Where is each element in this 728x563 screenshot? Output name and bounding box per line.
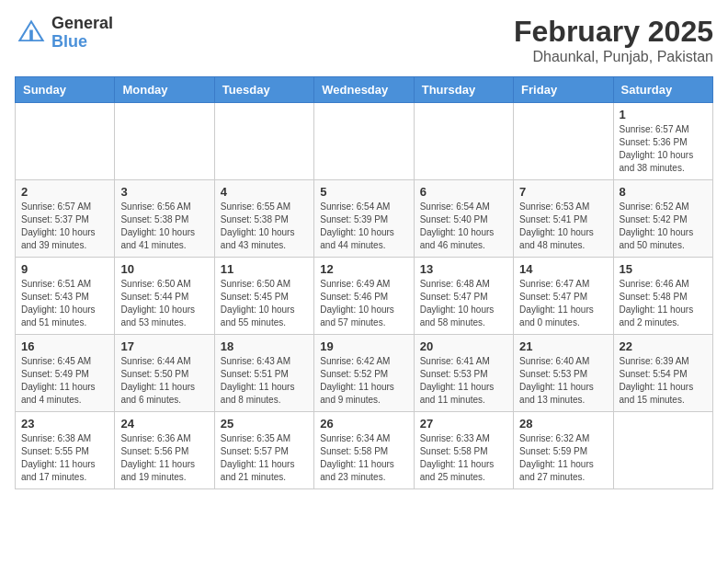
day-number: 22 (620, 339, 707, 353)
day-number: 28 (519, 417, 607, 431)
calendar-cell (214, 103, 313, 180)
day-header-friday: Friday (514, 77, 613, 103)
header-row: SundayMondayTuesdayWednesdayThursdayFrid… (16, 77, 713, 103)
calendar-week-3: 9 Sunrise: 6:51 AMSunset: 5:43 PMDayligh… (16, 258, 713, 335)
calendar-body: 1 Sunrise: 6:57 AMSunset: 5:36 PMDayligh… (16, 103, 713, 489)
calendar-week-1: 1 Sunrise: 6:57 AMSunset: 5:36 PMDayligh… (16, 103, 713, 180)
title-block: February 2025 Dhaunkal, Punjab, Pakistan (514, 15, 713, 65)
day-number: 15 (620, 262, 707, 276)
calendar-cell (414, 103, 513, 180)
location-text: Dhaunkal, Punjab, Pakistan (514, 49, 713, 65)
day-number: 14 (519, 262, 607, 276)
calendar-cell: 6 Sunrise: 6:54 AMSunset: 5:40 PMDayligh… (414, 180, 513, 258)
calendar-cell: 12 Sunrise: 6:49 AMSunset: 5:46 PMDaylig… (314, 258, 414, 335)
day-number: 8 (620, 185, 707, 199)
day-info: Sunrise: 6:57 AMSunset: 5:36 PMDaylight:… (620, 124, 694, 173)
calendar-cell: 22 Sunrise: 6:39 AMSunset: 5:54 PMDaylig… (613, 335, 712, 412)
day-info: Sunrise: 6:44 AMSunset: 5:50 PMDaylight:… (120, 356, 195, 405)
calendar-cell: 14 Sunrise: 6:47 AMSunset: 5:47 PMDaylig… (514, 258, 613, 335)
calendar-cell: 15 Sunrise: 6:46 AMSunset: 5:48 PMDaylig… (613, 258, 712, 335)
day-number: 13 (420, 262, 507, 276)
calendar-cell: 2 Sunrise: 6:57 AMSunset: 5:37 PMDayligh… (16, 180, 115, 258)
calendar-week-4: 16 Sunrise: 6:45 AMSunset: 5:49 PMDaylig… (16, 335, 713, 412)
day-number: 27 (420, 417, 507, 431)
calendar-cell: 23 Sunrise: 6:38 AMSunset: 5:55 PMDaylig… (16, 412, 115, 489)
day-info: Sunrise: 6:50 AMSunset: 5:45 PMDaylight:… (221, 279, 295, 327)
calendar-cell: 24 Sunrise: 6:36 AMSunset: 5:56 PMDaylig… (115, 412, 214, 489)
calendar-cell: 4 Sunrise: 6:55 AMSunset: 5:38 PMDayligh… (214, 180, 313, 258)
calendar-cell: 13 Sunrise: 6:48 AMSunset: 5:47 PMDaylig… (414, 258, 513, 335)
day-number: 11 (221, 262, 308, 276)
logo-blue-text: Blue (51, 33, 113, 52)
day-info: Sunrise: 6:34 AMSunset: 5:58 PMDaylight:… (320, 433, 394, 482)
day-info: Sunrise: 6:41 AMSunset: 5:53 PMDaylight:… (420, 356, 495, 405)
page-header: General Blue February 2025 Dhaunkal, Pun… (15, 15, 713, 65)
day-header-sunday: Sunday (16, 77, 115, 103)
day-info: Sunrise: 6:43 AMSunset: 5:51 PMDaylight:… (221, 356, 295, 405)
day-info: Sunrise: 6:40 AMSunset: 5:53 PMDaylight:… (519, 356, 594, 405)
calendar-cell (514, 103, 613, 180)
day-number: 10 (120, 262, 208, 276)
day-info: Sunrise: 6:56 AMSunset: 5:38 PMDaylight:… (120, 201, 195, 250)
day-number: 18 (221, 339, 308, 353)
day-number: 9 (21, 262, 108, 276)
svg-marker-0 (18, 19, 45, 40)
day-info: Sunrise: 6:36 AMSunset: 5:56 PMDaylight:… (120, 433, 195, 482)
calendar-header: SundayMondayTuesdayWednesdayThursdayFrid… (16, 77, 713, 103)
day-number: 20 (420, 339, 507, 353)
calendar-cell (115, 103, 214, 180)
calendar-cell: 10 Sunrise: 6:50 AMSunset: 5:44 PMDaylig… (115, 258, 214, 335)
day-info: Sunrise: 6:57 AMSunset: 5:37 PMDaylight:… (21, 201, 96, 250)
day-info: Sunrise: 6:55 AMSunset: 5:38 PMDaylight:… (221, 201, 295, 250)
calendar-cell: 20 Sunrise: 6:41 AMSunset: 5:53 PMDaylig… (414, 335, 513, 412)
day-header-saturday: Saturday (613, 77, 712, 103)
calendar-cell: 11 Sunrise: 6:50 AMSunset: 5:45 PMDaylig… (214, 258, 313, 335)
day-number: 2 (21, 185, 108, 199)
day-number: 4 (221, 185, 308, 199)
calendar-cell (613, 412, 712, 489)
month-year-title: February 2025 (514, 15, 713, 49)
day-number: 1 (620, 108, 707, 121)
day-info: Sunrise: 6:35 AMSunset: 5:57 PMDaylight:… (221, 433, 295, 482)
calendar-cell (314, 103, 414, 180)
calendar-table: SundayMondayTuesdayWednesdayThursdayFrid… (15, 76, 713, 489)
day-header-wednesday: Wednesday (314, 77, 414, 103)
day-number: 12 (320, 262, 407, 276)
day-number: 26 (320, 417, 407, 431)
calendar-cell: 3 Sunrise: 6:56 AMSunset: 5:38 PMDayligh… (115, 180, 214, 258)
day-number: 6 (420, 185, 507, 199)
calendar-cell: 16 Sunrise: 6:45 AMSunset: 5:49 PMDaylig… (16, 335, 115, 412)
calendar-cell: 5 Sunrise: 6:54 AMSunset: 5:39 PMDayligh… (314, 180, 414, 258)
day-number: 19 (320, 339, 407, 353)
day-info: Sunrise: 6:48 AMSunset: 5:47 PMDaylight:… (420, 279, 495, 327)
calendar-cell: 19 Sunrise: 6:42 AMSunset: 5:52 PMDaylig… (314, 335, 414, 412)
day-info: Sunrise: 6:39 AMSunset: 5:54 PMDaylight:… (620, 356, 694, 405)
calendar-week-5: 23 Sunrise: 6:38 AMSunset: 5:55 PMDaylig… (16, 412, 713, 489)
logo-general-text: General (51, 15, 113, 33)
calendar-cell: 25 Sunrise: 6:35 AMSunset: 5:57 PMDaylig… (214, 412, 313, 489)
day-number: 7 (519, 185, 607, 199)
day-info: Sunrise: 6:38 AMSunset: 5:55 PMDaylight:… (21, 433, 96, 482)
day-header-thursday: Thursday (414, 77, 513, 103)
calendar-cell (16, 103, 115, 180)
calendar-cell: 21 Sunrise: 6:40 AMSunset: 5:53 PMDaylig… (514, 335, 613, 412)
day-info: Sunrise: 6:45 AMSunset: 5:49 PMDaylight:… (21, 356, 96, 405)
day-info: Sunrise: 6:54 AMSunset: 5:39 PMDaylight:… (320, 201, 394, 250)
day-info: Sunrise: 6:47 AMSunset: 5:47 PMDaylight:… (519, 279, 594, 327)
calendar-cell: 28 Sunrise: 6:32 AMSunset: 5:59 PMDaylig… (514, 412, 613, 489)
calendar-cell: 7 Sunrise: 6:53 AMSunset: 5:41 PMDayligh… (514, 180, 613, 258)
day-header-monday: Monday (115, 77, 214, 103)
day-number: 25 (221, 417, 308, 431)
day-header-tuesday: Tuesday (214, 77, 313, 103)
logo: General Blue (15, 15, 113, 52)
day-number: 17 (120, 339, 208, 353)
day-number: 23 (21, 417, 108, 431)
logo-icon (15, 17, 48, 50)
day-number: 5 (320, 185, 407, 199)
calendar-cell: 27 Sunrise: 6:33 AMSunset: 5:58 PMDaylig… (414, 412, 513, 489)
calendar-cell: 18 Sunrise: 6:43 AMSunset: 5:51 PMDaylig… (214, 335, 313, 412)
calendar-cell: 1 Sunrise: 6:57 AMSunset: 5:36 PMDayligh… (613, 103, 712, 180)
day-number: 21 (519, 339, 607, 353)
day-info: Sunrise: 6:54 AMSunset: 5:40 PMDaylight:… (420, 201, 495, 250)
day-info: Sunrise: 6:51 AMSunset: 5:43 PMDaylight:… (21, 279, 96, 327)
